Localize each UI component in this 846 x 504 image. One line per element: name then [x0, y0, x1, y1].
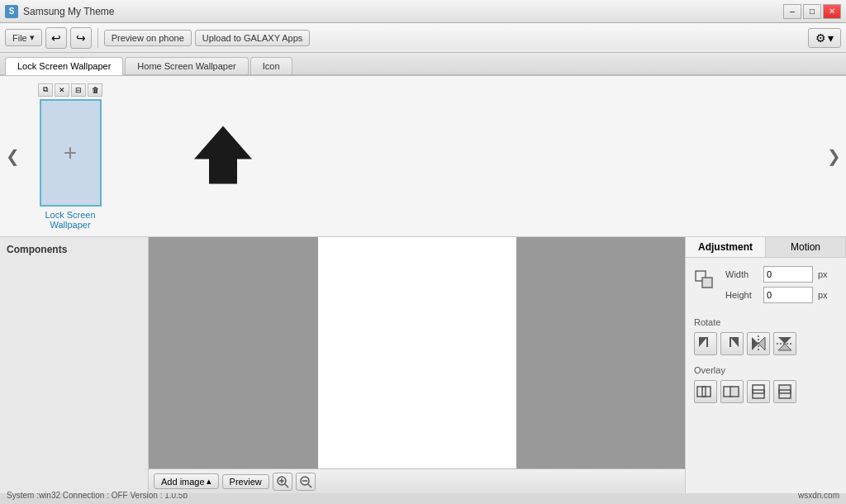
file-label: File — [12, 33, 27, 43]
preview-phone-button[interactable]: Preview on phone — [104, 30, 192, 46]
redo-button[interactable]: ↪ — [70, 27, 92, 49]
canvas-white-area — [318, 237, 516, 493]
overlay-btn-1[interactable] — [694, 380, 717, 403]
gear-icon: ⚙ — [815, 31, 826, 45]
toolbar-separator — [97, 28, 98, 48]
crop-inputs: Width px Height px — [725, 266, 828, 307]
svg-line-6 — [308, 484, 311, 487]
tab-bar: Lock Screen Wallpaper Home Screen Wallpa… — [0, 53, 846, 76]
motion-tab[interactable]: Motion — [766, 237, 846, 257]
wallpaper-scroll-area: ⧉ ✕ ⊟ 🗑 + Lock Screen Wallpaper — [25, 76, 821, 236]
tab-home-screen[interactable]: Home Screen Wallpaper — [125, 57, 248, 74]
svg-rect-26 — [779, 385, 791, 393]
adjustment-content: Width px Height px — [686, 258, 846, 421]
svg-marker-10 — [699, 337, 707, 347]
width-label: Width — [725, 269, 758, 279]
window-controls: – □ ✕ — [783, 4, 841, 19]
file-dropdown-icon: ▾ — [30, 32, 35, 43]
gear-dropdown-icon: ▾ — [828, 31, 834, 45]
item-controls: ⧉ ✕ ⊟ 🗑 — [38, 83, 102, 97]
height-unit: px — [818, 290, 828, 300]
tab-icon[interactable]: Icon — [250, 57, 292, 74]
version-corner: wsxdn.com — [798, 491, 839, 500]
adjustment-tab[interactable]: Adjustment — [686, 237, 766, 257]
app-title: Samsung My Theme — [23, 6, 783, 17]
svg-line-2 — [285, 484, 288, 487]
adjustment-tabs: Adjustment Motion — [686, 237, 846, 258]
overlay-label: Overlay — [694, 365, 838, 375]
add-image-label: Add image — [161, 477, 205, 487]
canvas-toolbar: Add image ▴ Preview — [149, 468, 685, 493]
svg-marker-12 — [730, 337, 739, 347]
preview-button[interactable]: Preview — [222, 474, 269, 489]
height-label: Height — [725, 290, 758, 300]
app-icon: S — [5, 5, 18, 18]
svg-marker-18 — [778, 344, 791, 350]
svg-rect-21 — [702, 387, 711, 397]
overlay-section: Overlay — [694, 365, 838, 403]
settings-button[interactable]: ⚙ ▾ — [808, 28, 841, 48]
add-icon: + — [64, 140, 77, 166]
wallpaper-item: ⧉ ✕ ⊟ 🗑 + Lock Screen Wallpaper — [33, 83, 107, 230]
lower-section: Components Add image ▴ Preview — [0, 237, 846, 493]
overlay-btn-3[interactable] — [747, 380, 770, 403]
width-input[interactable] — [763, 266, 813, 283]
tab-lock-screen[interactable]: Lock Screen Wallpaper — [5, 57, 123, 75]
overlay-btn-2[interactable] — [720, 380, 744, 403]
upload-button[interactable]: Upload to GALAXY Apps — [195, 30, 311, 46]
toolbar: File ▾ ↩ ↪ Preview on phone Upload to GA… — [0, 23, 846, 53]
upload-arrow-indicator — [190, 122, 256, 191]
flip-h-button[interactable] — [747, 332, 770, 355]
flip-v-button[interactable] — [773, 332, 796, 355]
cut-button[interactable]: ✕ — [55, 83, 69, 97]
width-unit: px — [818, 269, 828, 279]
maximize-button[interactable]: □ — [803, 4, 821, 19]
wallpaper-item-label: Lock Screen Wallpaper — [33, 210, 107, 230]
minimize-button[interactable]: – — [783, 4, 801, 19]
svg-rect-23 — [730, 387, 739, 397]
rotate-label: Rotate — [694, 317, 838, 327]
paste-button[interactable]: ⊟ — [71, 83, 86, 97]
components-panel-title: Components — [7, 244, 141, 255]
svg-marker-15 — [758, 337, 765, 350]
zoom-out-button[interactable] — [296, 473, 316, 491]
close-button[interactable]: ✕ — [823, 4, 841, 19]
overlay-btn-4[interactable] — [773, 380, 796, 403]
crop-section: Width px Height px — [694, 266, 838, 307]
add-image-dropdown-icon: ▴ — [207, 476, 212, 487]
components-panel: Components — [0, 237, 149, 493]
rotate-section: Rotate — [694, 317, 838, 355]
crop-icon — [694, 269, 719, 297]
title-bar: S Samsung My Theme – □ ✕ — [0, 0, 846, 23]
wallpaper-selector-area: ❮ ⧉ ✕ ⊟ 🗑 + Lock Screen Wallpaper — [0, 76, 846, 237]
file-menu-button[interactable]: File ▾ — [5, 29, 42, 46]
adjustment-panel: Adjustment Motion — [685, 237, 846, 493]
scroll-right-button[interactable]: ❯ — [821, 76, 846, 236]
rotate-ccw-button[interactable] — [694, 332, 717, 355]
svg-rect-24 — [753, 385, 764, 393]
svg-rect-25 — [753, 390, 764, 398]
scroll-left-button[interactable]: ❮ — [0, 76, 25, 236]
main-content: ❮ ⧉ ✕ ⊟ 🗑 + Lock Screen Wallpaper — [0, 76, 846, 486]
undo-button[interactable]: ↩ — [45, 27, 67, 49]
canvas-area: Add image ▴ Preview — [149, 237, 685, 493]
wallpaper-thumbnail[interactable]: + — [40, 99, 102, 207]
copy-button[interactable]: ⧉ — [38, 83, 53, 97]
svg-marker-17 — [778, 337, 791, 344]
svg-rect-9 — [702, 278, 712, 288]
add-image-button[interactable]: Add image ▴ — [154, 473, 219, 489]
zoom-in-button[interactable] — [273, 473, 292, 491]
overlay-icons — [694, 380, 838, 403]
svg-marker-0 — [194, 126, 252, 184]
rotate-icons — [694, 332, 838, 355]
delete-button[interactable]: 🗑 — [88, 83, 102, 97]
height-input[interactable] — [763, 287, 813, 303]
rotate-cw-button[interactable] — [720, 332, 744, 355]
svg-marker-14 — [752, 337, 758, 350]
svg-rect-20 — [697, 387, 706, 397]
